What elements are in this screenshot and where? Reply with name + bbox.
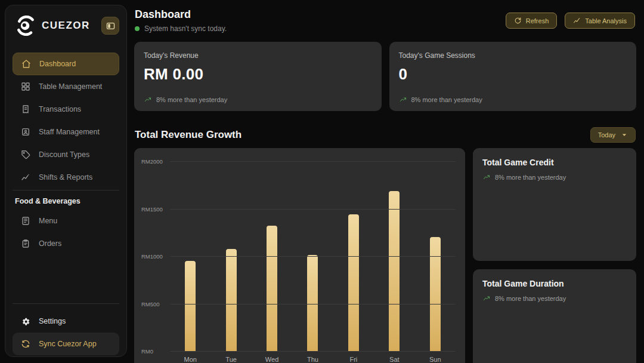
x-axis-label-thu: Thu bbox=[292, 356, 333, 363]
header-buttons: RefreshTable Analysis bbox=[506, 13, 635, 29]
sidebar-divider bbox=[13, 190, 119, 190]
table-analysis-button[interactable]: Table Analysis bbox=[565, 13, 635, 29]
x-axis-label-sun: Sun bbox=[415, 356, 456, 363]
status-text: System hasn't sync today. bbox=[144, 24, 227, 33]
grid-icon bbox=[21, 82, 30, 91]
sidebar-item-sync-cuezor-app[interactable]: Sync Cuezor App bbox=[13, 333, 119, 355]
activity-icon bbox=[573, 17, 581, 24]
y-axis-tick-label: RM500 bbox=[141, 300, 169, 307]
gridline bbox=[170, 161, 456, 162]
refresh-button[interactable]: Refresh bbox=[506, 13, 558, 29]
bar-sun bbox=[430, 237, 441, 351]
side-card-title: Total Game Credit bbox=[482, 158, 627, 167]
stat-label: Today's Game Sessions bbox=[399, 51, 627, 60]
logo-row: CUEZOR bbox=[5, 5, 126, 36]
sidebar-item-label: Discount Types bbox=[39, 150, 89, 159]
stat-value: 0 bbox=[399, 65, 627, 84]
home-icon bbox=[21, 59, 31, 69]
trend-indicator: 8% more than yesterday bbox=[482, 174, 627, 181]
trend-text: 8% more than yesterday bbox=[495, 174, 566, 181]
sidebar-item-menu[interactable]: Menu bbox=[13, 210, 119, 232]
activity-icon bbox=[21, 173, 30, 182]
refresh-icon bbox=[514, 17, 522, 24]
trend-up-icon bbox=[144, 96, 153, 103]
stat-value: RM 0.00 bbox=[144, 65, 372, 84]
x-axis-label-fri: Fri bbox=[333, 356, 374, 363]
sidebar-item-staff-management[interactable]: Staff Management bbox=[13, 121, 119, 143]
panel-left-icon bbox=[106, 21, 116, 31]
x-axis-label-mon: Mon bbox=[170, 356, 210, 363]
x-axis-label-sat: Sat bbox=[374, 356, 414, 363]
receipt-icon bbox=[21, 104, 30, 114]
stats-row: Today's RevenueRM 0.008% more than yeste… bbox=[134, 42, 636, 111]
sidebar-nav-food-beverages: MenuOrders bbox=[13, 210, 119, 255]
sidebar: CUEZOR DashboardTable ManagementTransact… bbox=[5, 5, 127, 357]
sidebar-item-label: Transactions bbox=[39, 105, 81, 113]
sidebar-item-label: Table Management bbox=[39, 82, 102, 91]
button-label: Refresh bbox=[526, 17, 549, 24]
sidebar-nav-footer: SettingsSync Cuezor App bbox=[13, 310, 119, 355]
gridline bbox=[170, 304, 456, 304]
stat-card-today-s-game-sessions: Today's Game Sessions08% more than yeste… bbox=[389, 42, 637, 111]
trend-text: 8% more than yesterday bbox=[495, 295, 566, 302]
bar-tue bbox=[226, 249, 237, 351]
sidebar-nav-main: DashboardTable ManagementTransactionsSta… bbox=[13, 53, 119, 189]
menu-book-icon bbox=[21, 216, 30, 226]
bar-mon bbox=[185, 261, 196, 351]
sidebar-item-label: Settings bbox=[39, 317, 66, 325]
page-title: Dashboard bbox=[135, 8, 191, 21]
x-axis-label-wed: Wed bbox=[252, 356, 292, 363]
dashboard-screen: CUEZOR DashboardTable ManagementTransact… bbox=[0, 0, 644, 363]
sync-icon bbox=[21, 339, 30, 349]
bar-fri bbox=[348, 214, 359, 351]
side-cards: Total Game Credit8% more than yesterdayT… bbox=[473, 148, 636, 363]
stat-label: Today's Revenue bbox=[144, 51, 372, 60]
brand-name: CUEZOR bbox=[42, 20, 101, 32]
gridline bbox=[170, 351, 456, 352]
sidebar-item-discount-types[interactable]: Discount Types bbox=[13, 143, 119, 166]
trend-indicator: 8% more than yesterday bbox=[482, 295, 627, 302]
stat-card-today-s-revenue: Today's RevenueRM 0.008% more than yeste… bbox=[134, 42, 382, 111]
y-axis-tick-label: RM2000 bbox=[141, 158, 169, 165]
sidebar-item-shifts-reports[interactable]: Shifts & Reports bbox=[13, 166, 119, 189]
sidebar-item-label: Orders bbox=[39, 239, 61, 248]
bar-wed bbox=[267, 226, 277, 351]
sidebar-section-label: Food & Beverages bbox=[15, 197, 80, 205]
revenue-bar-chart: RM2000RM1500RM1000RM500RM0 bbox=[170, 161, 456, 351]
chevron-down-icon bbox=[621, 131, 628, 139]
y-axis-tick-label: RM0 bbox=[141, 348, 169, 355]
sidebar-divider bbox=[13, 303, 119, 304]
trend-indicator: 8% more than yesterday bbox=[144, 96, 227, 103]
sidebar-item-settings[interactable]: Settings bbox=[13, 310, 119, 333]
revenue-chart-card: RM2000RM1500RM1000RM500RM0 MonTueWedThuF… bbox=[134, 148, 465, 363]
y-axis-tick-label: RM1000 bbox=[141, 253, 169, 260]
trend-up-icon bbox=[399, 96, 408, 103]
tag-icon bbox=[21, 150, 30, 159]
side-card-title: Total Game Duration bbox=[482, 279, 627, 288]
status-dot-icon bbox=[135, 26, 140, 31]
sidebar-item-label: Shifts & Reports bbox=[39, 173, 92, 182]
sidebar-item-table-management[interactable]: Table Management bbox=[13, 75, 119, 98]
trend-up-icon bbox=[482, 174, 491, 181]
sidebar-item-label: Staff Management bbox=[39, 128, 100, 136]
gridline bbox=[170, 256, 456, 257]
period-filter-dropdown[interactable]: Today bbox=[590, 127, 636, 143]
sidebar-item-label: Dashboard bbox=[39, 60, 76, 68]
sidebar-item-label: Menu bbox=[39, 217, 57, 225]
trend-up-icon bbox=[482, 295, 491, 302]
sidebar-item-dashboard[interactable]: Dashboard bbox=[13, 53, 119, 75]
period-filter-label: Today bbox=[598, 131, 615, 139]
button-label: Table Analysis bbox=[585, 17, 627, 24]
sidebar-item-transactions[interactable]: Transactions bbox=[13, 98, 119, 121]
chart-x-axis-labels: MonTueWedThuFriSatSun bbox=[170, 356, 456, 363]
sidebar-item-label: Sync Cuezor App bbox=[39, 340, 97, 348]
sidebar-collapse-button[interactable] bbox=[101, 17, 119, 35]
cuezor-logo-icon bbox=[15, 15, 36, 36]
sidebar-item-orders[interactable]: Orders bbox=[13, 232, 119, 255]
sync-status: System hasn't sync today. bbox=[135, 24, 227, 33]
trend-indicator: 8% more than yesterday bbox=[399, 96, 482, 103]
trend-text: 8% more than yesterday bbox=[156, 96, 227, 103]
bar-sat bbox=[389, 191, 400, 351]
x-axis-label-tue: Tue bbox=[210, 356, 251, 363]
side-card-total-game-credit: Total Game Credit8% more than yesterday bbox=[473, 148, 636, 261]
